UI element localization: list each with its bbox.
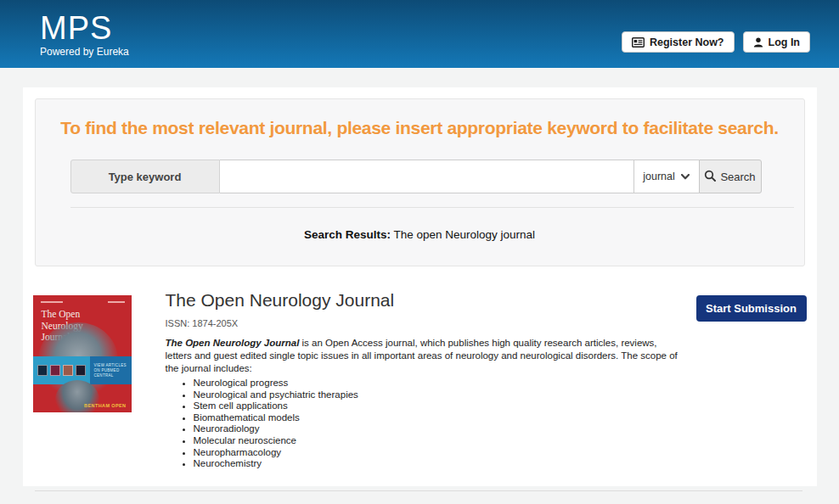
scope-item: Neuropharmacology — [194, 447, 685, 459]
scope-item: Neurological progress — [194, 378, 685, 389]
journal-cover-image: The Open Neurology Journal VIEW ARTICLES… — [33, 295, 132, 412]
journal-actions: Start Submission — [696, 295, 807, 322]
register-button-label: Register Now? — [650, 36, 724, 48]
app-tagline: Powered by Eureka — [40, 46, 129, 58]
login-button[interactable]: Log In — [743, 31, 811, 53]
cover-publisher: BENTHAM OPEN — [84, 403, 126, 408]
logo-block: MPS Powered by Eureka — [40, 11, 129, 68]
cover-meta-decor — [108, 301, 125, 303]
search-type-select[interactable]: journal — [633, 160, 699, 193]
content-container: To find the most relevant journal, pleas… — [23, 87, 817, 486]
register-button[interactable]: Register Now? — [622, 31, 735, 53]
cover-meta-decor — [41, 301, 63, 303]
search-button[interactable]: Search — [699, 160, 762, 193]
search-heading: To find the most relevant journal, pleas… — [44, 118, 796, 138]
journal-title: The Open Neurology Journal — [166, 290, 685, 311]
journal-description-name: The Open Neurology Journal — [166, 338, 300, 348]
search-button-label: Search — [720, 171, 755, 183]
app-logo[interactable]: MPS — [40, 11, 129, 45]
issn-label: ISSN: — [166, 318, 190, 328]
scope-item: Stem cell applications — [194, 400, 685, 412]
scope-item: Biomathematical models — [194, 412, 685, 424]
search-icon — [704, 170, 716, 184]
id-card-icon — [632, 37, 645, 48]
journal-description: The Open Neurology Journal is an Open Ac… — [166, 337, 685, 375]
app-header: MPS Powered by Eureka Register Now? Log … — [0, 0, 839, 68]
scope-item: Neurochemistry — [194, 458, 685, 470]
keyword-label: Type keyword — [70, 160, 220, 193]
issn-value: 1874-205X — [192, 318, 238, 328]
cover-banner-text: VIEW ARTICLES ON PUBMED CENTRAL — [90, 356, 132, 384]
login-button-label: Log In — [769, 36, 801, 48]
search-bar: Type keyword journal Search — [70, 160, 762, 193]
keyword-input[interactable] — [220, 160, 633, 193]
search-results-line: Search Results: The open Neurology journ… — [36, 228, 804, 241]
journal-issn: ISSN: 1874-205X — [166, 318, 685, 328]
scope-item: Molecular neuroscience — [194, 435, 685, 447]
search-results-query: The open Neurology journal — [393, 228, 535, 241]
search-panel: To find the most relevant journal, pleas… — [35, 98, 805, 266]
scope-item: Neurological and psychiatric therapies — [194, 389, 685, 401]
scope-item: Neuroradiology — [194, 423, 685, 435]
footer-divider — [35, 490, 802, 491]
panel-divider — [70, 207, 794, 208]
scope-list: Neurological progress Neurological and p… — [166, 378, 685, 470]
search-results-label: Search Results: — [304, 228, 391, 241]
journal-result: The Open Neurology Journal VIEW ARTICLES… — [33, 295, 807, 470]
start-submission-button[interactable]: Start Submission — [696, 295, 807, 322]
chevron-down-icon — [681, 171, 690, 182]
user-icon — [753, 37, 763, 48]
search-type-value: journal — [643, 171, 675, 182]
header-actions: Register Now? Log In — [622, 31, 810, 68]
journal-info: The Open Neurology Journal ISSN: 1874-20… — [166, 295, 685, 470]
